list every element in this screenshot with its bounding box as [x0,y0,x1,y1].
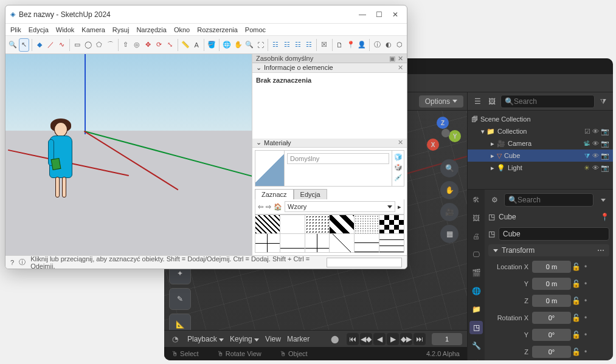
back-icon[interactable]: ⇦ [258,203,263,211]
home-icon[interactable]: 🏠 [274,203,282,211]
material-tab-edit[interactable]: Edycja [294,189,327,199]
pattern-swatch[interactable] [330,215,354,233]
rot-x-field[interactable]: 0° [532,312,571,324]
menu-extensions[interactable]: Rozszerzenia [197,26,238,33]
offset-tool-icon[interactable]: ◎ [132,38,142,52]
pattern-swatch[interactable] [355,234,379,252]
layers-3-icon[interactable]: ☷ [293,38,303,52]
menu-tools[interactable]: Narzędzia [136,26,167,33]
line-tool-icon[interactable]: ／ [46,38,55,52]
ptab-particles-icon[interactable]: ✨ [469,357,483,360]
pattern-swatch[interactable] [379,215,404,233]
options-button[interactable]: Options [419,95,463,108]
ptab-collection-icon[interactable]: 📁 [469,303,483,316]
freehand-tool-icon[interactable]: ∿ [57,38,66,52]
pattern-swatch[interactable] [305,234,330,252]
loc-z-field[interactable]: 0 m [532,295,571,307]
keyframe-next-icon[interactable]: ◆▶ [400,333,412,345]
menu-file[interactable]: Plik [10,26,21,33]
keyframe-prev-icon[interactable]: ◀◆ [360,333,372,345]
pattern-swatch[interactable] [255,215,280,233]
perspective-icon[interactable]: ▦ [440,225,459,243]
rot-y-field[interactable]: 0° [532,329,571,341]
menu-edit[interactable]: Edycja [29,26,49,33]
layers-4-icon[interactable]: ☷ [304,38,314,52]
play-icon[interactable]: ▶ [387,333,399,345]
tree-item-light[interactable]: ▸ 💡 Light ☀ 👁 📷 [468,162,613,174]
menu-window[interactable]: Okno [174,26,190,33]
zoom-tool-icon[interactable]: 🔍 [244,38,254,52]
tree-scene-collection[interactable]: 🗐Scene Collection [468,113,613,125]
gizmo-y[interactable]: Y [449,130,461,142]
zoom-extents-icon[interactable]: ⛶ [255,38,265,52]
material-swatch[interactable] [255,151,285,186]
move-tool-icon[interactable]: ✥ [143,38,153,52]
ptab-object-icon[interactable]: ◳ [469,321,483,334]
circle-tool-icon[interactable]: ◯ [83,38,93,52]
outliner-search[interactable]: 🔍 Search [500,95,595,108]
sketchup-titlebar[interactable]: ◈ Bez nazwy - SketchUp 2024 — ☐ ✕ [5,5,407,24]
create-material-icon[interactable]: 🧊 [394,153,403,161]
tape-tool-icon[interactable]: 📏 [181,38,190,52]
rot-z-field[interactable]: 0° [532,346,571,358]
loc-x-field[interactable]: 0 m [532,261,571,273]
outliner-type-icon[interactable]: ☰ [471,95,483,108]
gizmo-z[interactable]: Z [437,117,449,129]
rotate-tool-icon[interactable]: ⟳ [154,38,164,52]
layers-2-icon[interactable]: ☷ [282,38,292,52]
layers-1-icon[interactable]: ☷ [271,38,280,52]
person-icon[interactable]: 👤 [357,38,367,52]
pattern-swatch[interactable] [379,234,404,252]
ptab-modifier-icon[interactable]: 🔧 [469,339,483,352]
timeline-editor-icon[interactable]: ◔ [169,333,181,345]
tray-titlebar[interactable]: Zasobnik domyślny ▣✕ [252,54,407,63]
pushpull-tool-icon[interactable]: ⇧ [120,38,130,52]
pan-tool-icon[interactable]: ✋ [234,38,243,52]
select-tool-icon[interactable]: ↖ [19,38,29,52]
arc-tool-icon[interactable]: ⌒ [105,38,115,52]
pin-icon[interactable]: 📍 [600,213,609,221]
scale-tool-icon[interactable]: ⤡ [165,38,175,52]
pattern-swatch[interactable] [280,234,305,252]
location-icon[interactable]: 📍 [346,38,356,52]
ptab-view-icon[interactable]: 🖵 [469,248,483,261]
details-icon[interactable]: ▸ [398,203,401,211]
eraser-tool-icon[interactable]: ◆ [35,38,44,52]
navigation-gizmo[interactable]: Z Y X [424,117,461,153]
close-icon[interactable]: ✕ [392,10,398,19]
jump-start-icon[interactable]: ⏮ [347,333,359,345]
outliner-tree[interactable]: 🗐Scene Collection ▾ 📁 Collection ☑ 👁 📷 ▸… [468,111,613,189]
xray-tool-icon[interactable]: ☒ [319,38,329,52]
menu-draw[interactable]: Rysuj [112,26,130,33]
menu-camera[interactable]: Kamera [81,26,105,33]
eyedropper-icon[interactable]: 💉 [394,174,403,182]
props-type-icon[interactable]: ⚙ [488,194,500,206]
gizmo-x[interactable]: X [427,139,439,151]
playback-menu[interactable]: Playback [187,335,224,343]
loc-y-field[interactable]: 0 m [532,278,571,290]
default-material-icon[interactable]: 🎲 [394,163,403,171]
transform-panel-header[interactable]: Transform ⋯ [488,244,609,256]
panel-close-icon[interactable]: ✕ [398,64,403,72]
minimize-icon[interactable]: — [359,10,366,19]
forward-icon[interactable]: ⇨ [266,203,271,211]
ptab-world-icon[interactable]: 🌐 [469,284,483,298]
maximize-icon[interactable]: ☐ [376,10,382,19]
pan-icon[interactable]: ✋ [440,181,459,199]
material-tab-select[interactable]: Zaznacz [255,189,294,199]
menu-view[interactable]: Widok [56,26,75,33]
lock-icon[interactable]: 🔓 [571,263,581,271]
view-menu[interactable]: View [265,335,281,343]
tree-item-cube[interactable]: ▸ ▽ Cube ⧩ 👁 📷 [468,149,613,162]
pattern-swatch[interactable] [280,215,305,233]
polygon-tool-icon[interactable]: ⬠ [94,38,104,52]
current-frame-field[interactable]: 1 [432,333,462,345]
material-name-field[interactable]: Domyślny [287,153,389,164]
rectangle-tool-icon[interactable]: ▭ [72,38,81,52]
measurement-field[interactable] [327,258,402,267]
pattern-swatch[interactable] [255,234,280,252]
menu-help[interactable]: Pomoc [245,26,266,33]
ptab-output-icon[interactable]: 🖨 [469,230,483,243]
paint-tool-icon[interactable]: 🪣 [207,38,216,52]
tray-pin-icon[interactable]: ▣ [389,55,395,63]
